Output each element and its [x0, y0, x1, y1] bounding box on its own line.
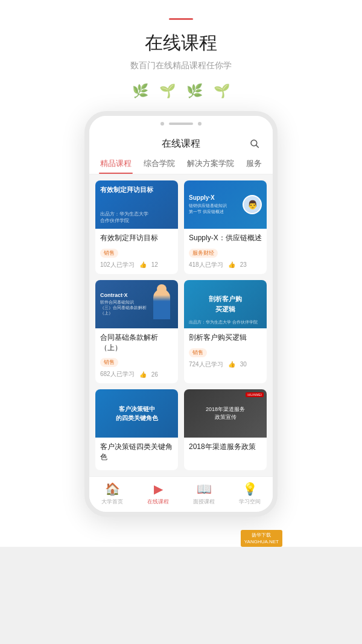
thumb-4-text: 剖析客户购买逻辑 — [209, 294, 242, 314]
course-name-5: 客户决策链四类关键角色 — [100, 442, 173, 462]
plant-icon-3: 🌿 — [186, 83, 203, 99]
tab-bar: 精品课程 综合学院 解决方案学院 服务 — [89, 152, 273, 174]
tab-comprehensive[interactable]: 综合学院 — [138, 152, 181, 174]
phone-notch — [89, 116, 273, 129]
course-thumb-1: 有效制定拜访目标 出品方：华为生态大学合作伙伴学院 — [95, 180, 178, 229]
course-stats-3: 682人已学习 👍 26 — [100, 370, 173, 378]
phone-speaker — [169, 123, 193, 125]
course-card-6[interactable]: 2018年渠道服务政策宣传 HUAWEI 2018年渠道服务政策 — [184, 389, 267, 470]
thumb-3-sub: 软件合同基础知识（三）合同基础条款解析（上） — [100, 299, 150, 316]
nav-online[interactable]: ▶ 在线课程 — [140, 482, 176, 506]
course-name-2: Supply-X：供应链概述 — [189, 233, 262, 243]
course-card-2[interactable]: Supply·X 链销供应链基础知识第一节 供应链概述 👨 Supply-X：供… — [184, 180, 267, 274]
thumb-3-brand: Contract·X — [100, 292, 150, 298]
course-card-3[interactable]: Contract·X 软件合同基础知识（三）合同基础条款解析（上） 合同基础条款… — [95, 280, 178, 384]
phone-dot — [160, 122, 164, 126]
like-icon-2: 👍 — [228, 261, 235, 268]
huawei-logo: HUAWEI — [246, 392, 264, 397]
tab-service[interactable]: 服务 — [240, 152, 268, 174]
app-header-title: 在线课程 — [116, 138, 246, 150]
app-header: 在线课程 — [89, 129, 273, 152]
learners-1: 102人已学习 — [100, 261, 135, 269]
course-card-1[interactable]: 有效制定拜访目标 出品方：华为生态大学合作伙伴学院 有效制定拜访目标 销售 10… — [95, 180, 178, 274]
thumb-2-avatar: 👨 — [243, 195, 262, 214]
home-icon: 🏠 — [105, 482, 120, 496]
learners-4: 724人已学习 — [189, 360, 223, 369]
course-name-1: 有效制定拜访目标 — [100, 233, 173, 243]
thumb-2-brand: Supply·X — [189, 194, 243, 201]
nav-home-label: 大学首页 — [101, 498, 123, 506]
top-divider — [169, 18, 193, 20]
course-info-6: 2018年渠道服务政策 — [184, 438, 267, 460]
search-button[interactable] — [246, 135, 263, 152]
tab-premium[interactable]: 精品课程 — [94, 152, 138, 174]
plant-decoration: 🌿 🌱 🌿 🌱 — [132, 83, 230, 99]
thumb-3-person — [150, 283, 173, 319]
course-thumb-6: 2018年渠道服务政策宣传 HUAWEI — [184, 389, 267, 438]
plant-icon-1: 🌿 — [132, 83, 148, 99]
page-subtitle: 数百门在线精品课程任你学 — [130, 60, 232, 71]
page-wrapper: 在线课程 数百门在线精品课程任你学 🌿 🌱 🌿 🌱 在线课程 — [0, 0, 362, 547]
learners-2: 418人已学习 — [189, 261, 223, 269]
like-icon-3: 👍 — [139, 371, 147, 378]
thumb-3-left: Contract·X 软件合同基础知识（三）合同基础条款解析（上） — [100, 292, 150, 316]
search-icon — [249, 138, 260, 149]
course-thumb-3: Contract·X 软件合同基础知识（三）合同基础条款解析（上） — [95, 280, 178, 328]
likes-4: 30 — [240, 361, 247, 368]
course-info-5: 客户决策链四类关键角色 — [95, 438, 178, 470]
thumb-4-sub: 出品方：华为生态大学 合作伙伴学院 — [189, 319, 258, 325]
course-grid: 有效制定拜访目标 出品方：华为生态大学合作伙伴学院 有效制定拜访目标 销售 10… — [89, 174, 273, 476]
thumb-6-text: 2018年渠道服务政策宣传 — [206, 406, 245, 422]
thumb-1-title: 有效制定拜访目标 — [100, 185, 153, 194]
course-card-5[interactable]: 客户决策链中的四类关键角色 客户决策链四类关键角色 — [95, 389, 178, 470]
phone-dot-2 — [198, 122, 202, 126]
nav-classroom[interactable]: 📖 面授课程 — [186, 482, 222, 506]
play-icon: ▶ — [154, 482, 163, 496]
like-icon-4: 👍 — [228, 361, 235, 368]
course-info-4: 剖析客户购买逻辑 销售 724人已学习 👍 30 — [184, 328, 267, 374]
course-thumb-4: 剖析客户购买逻辑 出品方：华为生态大学 合作伙伴学院 — [184, 280, 267, 328]
course-name-4: 剖析客户购买逻辑 — [189, 333, 262, 343]
learners-3: 682人已学习 — [100, 370, 135, 378]
course-info-2: Supply-X：供应链概述 服务财经 418人已学习 👍 23 — [184, 229, 267, 274]
plant-icon-4: 🌱 — [214, 83, 230, 99]
likes-2: 23 — [240, 261, 247, 268]
book-icon: 📖 — [197, 482, 212, 496]
course-tag-1: 销售 — [100, 249, 118, 258]
nav-space[interactable]: 💡 学习空间 — [232, 482, 268, 506]
course-thumb-5: 客户决策链中的四类关键角色 — [95, 389, 178, 438]
page-title: 在线课程 — [145, 31, 217, 56]
thumb-2-sub: 链销供应链基础知识第一节 供应链概述 — [189, 203, 243, 215]
nav-classroom-label: 面授课程 — [193, 498, 215, 506]
person-head — [157, 284, 167, 294]
course-thumb-2: Supply·X 链销供应链基础知识第一节 供应链概述 👨 — [184, 180, 267, 229]
course-stats-2: 418人已学习 👍 23 — [189, 261, 262, 269]
tab-solution[interactable]: 解决方案学院 — [181, 152, 240, 174]
course-tag-2: 服务财经 — [189, 249, 218, 258]
thumb-5-text: 客户决策链中的四类关键角色 — [116, 404, 158, 422]
thumb-2-left: Supply·X 链销供应链基础知识第一节 供应链概述 — [189, 194, 243, 215]
phone-mockup: 在线课程 精品课程 综合学院 解决方案学院 服务 — [84, 111, 278, 517]
course-card-4[interactable]: 剖析客户购买逻辑 出品方：华为生态大学 合作伙伴学院 剖析客户购买逻辑 销售 7… — [184, 280, 267, 384]
likes-3: 26 — [151, 371, 158, 378]
course-tag-3: 销售 — [100, 358, 118, 367]
course-tag-4: 销售 — [189, 348, 207, 357]
course-name-6: 2018年渠道服务政策 — [189, 442, 262, 452]
course-name-3: 合同基础条款解析（上） — [100, 333, 173, 353]
svg-line-1 — [256, 145, 259, 148]
course-stats-4: 724人已学习 👍 30 — [189, 360, 262, 369]
svg-point-0 — [251, 140, 257, 146]
likes-1: 12 — [151, 261, 158, 268]
bottom-nav: 🏠 大学首页 ▶ 在线课程 📖 面授课程 💡 学习空间 — [89, 476, 273, 512]
thumb-1-sub: 出品方：华为生态大学合作伙伴学院 — [100, 211, 148, 224]
plant-icon-2: 🌱 — [159, 83, 176, 99]
course-info-1: 有效制定拜访目标 销售 102人已学习 👍 12 — [95, 229, 178, 274]
nav-home[interactable]: 🏠 大学首页 — [94, 482, 130, 506]
top-area: 在线课程 数百门在线精品课程任你学 🌿 🌱 🌿 🌱 在线课程 — [0, 0, 362, 529]
course-info-3: 合同基础条款解析（上） 销售 682人已学习 👍 26 — [95, 328, 178, 384]
nav-space-label: 学习空间 — [239, 498, 261, 506]
lightbulb-icon: 💡 — [243, 482, 258, 496]
watermark: 扬华下载YANGHUA.NET — [241, 530, 282, 547]
nav-online-label: 在线课程 — [147, 498, 169, 506]
course-stats-1: 102人已学习 👍 12 — [100, 261, 173, 269]
